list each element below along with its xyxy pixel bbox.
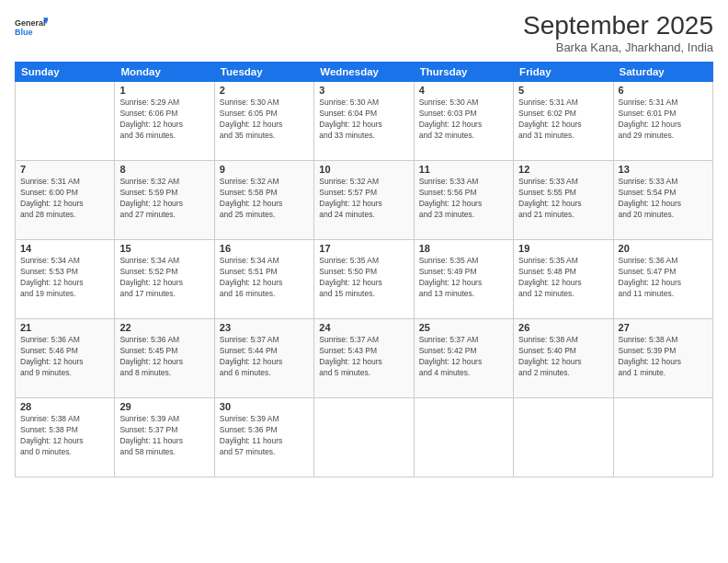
calendar-day-cell: 29Sunrise: 5:39 AM Sunset: 5:37 PM Dayli…	[115, 398, 214, 477]
day-number: 4	[419, 85, 508, 96]
calendar-week-row: 7Sunrise: 5:31 AM Sunset: 6:00 PM Daylig…	[16, 161, 713, 240]
calendar-day-cell	[16, 82, 115, 161]
day-number: 30	[220, 401, 309, 412]
calendar-day-cell: 9Sunrise: 5:32 AM Sunset: 5:58 PM Daylig…	[214, 161, 313, 240]
day-info: Sunrise: 5:34 AM Sunset: 5:51 PM Dayligh…	[220, 256, 309, 300]
calendar-week-row: 21Sunrise: 5:36 AM Sunset: 5:46 PM Dayli…	[16, 319, 713, 398]
day-info: Sunrise: 5:30 AM Sunset: 6:04 PM Dayligh…	[319, 98, 408, 142]
day-info: Sunrise: 5:36 AM Sunset: 5:46 PM Dayligh…	[20, 335, 109, 379]
day-number: 24	[319, 322, 408, 333]
title-block: September 2025 Barka Kana, Jharkhand, In…	[523, 11, 713, 54]
day-number: 19	[518, 243, 608, 254]
calendar-day-cell: 30Sunrise: 5:39 AM Sunset: 5:36 PM Dayli…	[214, 398, 313, 477]
calendar-day-cell	[613, 398, 712, 477]
day-info: Sunrise: 5:38 AM Sunset: 5:40 PM Dayligh…	[518, 335, 608, 379]
day-number: 27	[619, 322, 708, 333]
day-number: 9	[220, 164, 309, 175]
calendar-day-cell: 4Sunrise: 5:30 AM Sunset: 6:03 PM Daylig…	[414, 82, 513, 161]
svg-text:General: General	[15, 18, 46, 28]
day-number: 6	[619, 85, 708, 96]
day-info: Sunrise: 5:38 AM Sunset: 5:39 PM Dayligh…	[619, 335, 708, 379]
weekday-header-row: SundayMondayTuesdayWednesdayThursdayFrid…	[16, 63, 713, 82]
weekday-header-monday: Monday	[115, 63, 214, 82]
calendar-day-cell: 21Sunrise: 5:36 AM Sunset: 5:46 PM Dayli…	[16, 319, 115, 398]
month-title: September 2025	[523, 11, 713, 40]
day-info: Sunrise: 5:33 AM Sunset: 5:56 PM Dayligh…	[419, 177, 508, 221]
calendar-day-cell: 19Sunrise: 5:35 AM Sunset: 5:48 PM Dayli…	[514, 240, 613, 319]
calendar-day-cell: 20Sunrise: 5:36 AM Sunset: 5:47 PM Dayli…	[613, 240, 712, 319]
day-info: Sunrise: 5:29 AM Sunset: 6:06 PM Dayligh…	[119, 98, 209, 142]
day-number: 1	[119, 85, 209, 96]
calendar-day-cell: 5Sunrise: 5:31 AM Sunset: 6:02 PM Daylig…	[514, 82, 613, 161]
calendar-day-cell: 6Sunrise: 5:31 AM Sunset: 6:01 PM Daylig…	[613, 82, 712, 161]
day-number: 21	[20, 322, 109, 333]
calendar-day-cell: 2Sunrise: 5:30 AM Sunset: 6:05 PM Daylig…	[214, 82, 313, 161]
calendar-day-cell: 11Sunrise: 5:33 AM Sunset: 5:56 PM Dayli…	[414, 161, 513, 240]
calendar-table: SundayMondayTuesdayWednesdayThursdayFrid…	[15, 62, 713, 477]
calendar-day-cell: 17Sunrise: 5:35 AM Sunset: 5:50 PM Dayli…	[314, 240, 414, 319]
day-info: Sunrise: 5:32 AM Sunset: 5:59 PM Dayligh…	[119, 177, 209, 221]
day-info: Sunrise: 5:39 AM Sunset: 5:36 PM Dayligh…	[220, 414, 309, 458]
calendar-day-cell: 24Sunrise: 5:37 AM Sunset: 5:43 PM Dayli…	[314, 319, 414, 398]
weekday-header-thursday: Thursday	[414, 63, 513, 82]
calendar-day-cell: 3Sunrise: 5:30 AM Sunset: 6:04 PM Daylig…	[314, 82, 414, 161]
day-number: 12	[518, 164, 608, 175]
calendar-day-cell: 8Sunrise: 5:32 AM Sunset: 5:59 PM Daylig…	[115, 161, 214, 240]
weekday-header-sunday: Sunday	[16, 63, 115, 82]
weekday-header-friday: Friday	[514, 63, 613, 82]
day-number: 25	[419, 322, 508, 333]
page-header: General Blue September 2025 Barka Kana, …	[15, 11, 713, 54]
day-number: 7	[20, 164, 109, 175]
day-number: 15	[119, 243, 209, 254]
calendar-day-cell: 15Sunrise: 5:34 AM Sunset: 5:52 PM Dayli…	[115, 240, 214, 319]
day-number: 10	[319, 164, 408, 175]
day-number: 23	[220, 322, 309, 333]
day-info: Sunrise: 5:34 AM Sunset: 5:53 PM Dayligh…	[20, 256, 109, 300]
day-info: Sunrise: 5:34 AM Sunset: 5:52 PM Dayligh…	[119, 256, 209, 300]
day-info: Sunrise: 5:33 AM Sunset: 5:55 PM Dayligh…	[518, 177, 608, 221]
day-number: 18	[419, 243, 508, 254]
day-number: 8	[119, 164, 209, 175]
day-info: Sunrise: 5:37 AM Sunset: 5:43 PM Dayligh…	[319, 335, 408, 379]
calendar-day-cell: 14Sunrise: 5:34 AM Sunset: 5:53 PM Dayli…	[16, 240, 115, 319]
logo: General Blue	[15, 11, 48, 44]
calendar-day-cell: 12Sunrise: 5:33 AM Sunset: 5:55 PM Dayli…	[514, 161, 613, 240]
day-info: Sunrise: 5:30 AM Sunset: 6:03 PM Dayligh…	[419, 98, 508, 142]
day-number: 26	[518, 322, 608, 333]
day-info: Sunrise: 5:33 AM Sunset: 5:54 PM Dayligh…	[619, 177, 708, 221]
calendar-day-cell	[314, 398, 414, 477]
day-info: Sunrise: 5:37 AM Sunset: 5:44 PM Dayligh…	[220, 335, 309, 379]
weekday-header-tuesday: Tuesday	[214, 63, 313, 82]
day-info: Sunrise: 5:36 AM Sunset: 5:47 PM Dayligh…	[619, 256, 708, 300]
logo-svg: General Blue	[15, 11, 48, 44]
day-info: Sunrise: 5:31 AM Sunset: 6:00 PM Dayligh…	[20, 177, 109, 221]
day-number: 11	[419, 164, 508, 175]
calendar-week-row: 14Sunrise: 5:34 AM Sunset: 5:53 PM Dayli…	[16, 240, 713, 319]
calendar-day-cell	[414, 398, 513, 477]
day-number: 14	[20, 243, 109, 254]
svg-text:Blue: Blue	[15, 28, 33, 37]
day-info: Sunrise: 5:39 AM Sunset: 5:37 PM Dayligh…	[119, 414, 209, 458]
calendar-day-cell: 26Sunrise: 5:38 AM Sunset: 5:40 PM Dayli…	[514, 319, 613, 398]
day-number: 20	[619, 243, 708, 254]
day-info: Sunrise: 5:32 AM Sunset: 5:57 PM Dayligh…	[319, 177, 408, 221]
day-info: Sunrise: 5:35 AM Sunset: 5:48 PM Dayligh…	[518, 256, 608, 300]
calendar-day-cell	[514, 398, 613, 477]
day-number: 22	[119, 322, 209, 333]
day-number: 5	[518, 85, 608, 96]
day-info: Sunrise: 5:31 AM Sunset: 6:01 PM Dayligh…	[619, 98, 708, 142]
calendar-day-cell: 18Sunrise: 5:35 AM Sunset: 5:49 PM Dayli…	[414, 240, 513, 319]
day-number: 17	[319, 243, 408, 254]
calendar-day-cell: 27Sunrise: 5:38 AM Sunset: 5:39 PM Dayli…	[613, 319, 712, 398]
calendar-day-cell: 25Sunrise: 5:37 AM Sunset: 5:42 PM Dayli…	[414, 319, 513, 398]
day-info: Sunrise: 5:36 AM Sunset: 5:45 PM Dayligh…	[119, 335, 209, 379]
day-number: 16	[220, 243, 309, 254]
calendar-day-cell: 10Sunrise: 5:32 AM Sunset: 5:57 PM Dayli…	[314, 161, 414, 240]
calendar-day-cell: 13Sunrise: 5:33 AM Sunset: 5:54 PM Dayli…	[613, 161, 712, 240]
calendar-day-cell: 23Sunrise: 5:37 AM Sunset: 5:44 PM Dayli…	[214, 319, 313, 398]
day-info: Sunrise: 5:31 AM Sunset: 6:02 PM Dayligh…	[518, 98, 608, 142]
calendar-week-row: 28Sunrise: 5:38 AM Sunset: 5:38 PM Dayli…	[16, 398, 713, 477]
day-info: Sunrise: 5:30 AM Sunset: 6:05 PM Dayligh…	[220, 98, 309, 142]
day-number: 28	[20, 401, 109, 412]
day-number: 29	[119, 401, 209, 412]
